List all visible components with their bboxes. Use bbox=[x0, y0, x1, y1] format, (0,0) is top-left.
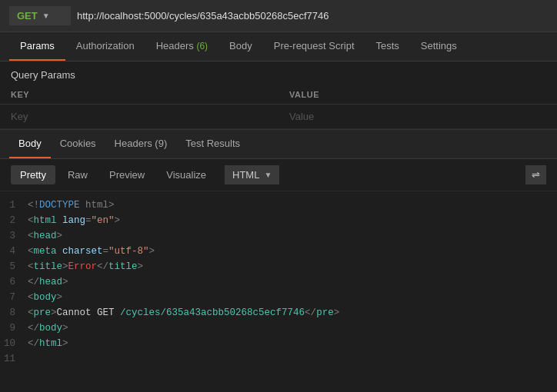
line-number: 2 bbox=[0, 213, 28, 228]
value-cell[interactable]: Value bbox=[278, 105, 557, 129]
chevron-down-icon: ▼ bbox=[264, 171, 272, 179]
code-line: 1<!DOCTYPE html> bbox=[0, 198, 557, 213]
line-number: 9 bbox=[0, 321, 28, 336]
method-dropdown[interactable]: GET ▼ bbox=[9, 6, 71, 25]
line-content: <head> bbox=[28, 228, 62, 244]
url-bar: GET ▼ bbox=[0, 0, 557, 32]
tag-name-token: head bbox=[34, 231, 57, 241]
tab-params[interactable]: Params bbox=[9, 32, 65, 61]
tab-tests[interactable]: Tests bbox=[365, 32, 410, 61]
tag-name-token: body bbox=[34, 292, 57, 303]
tag-token: </ bbox=[28, 338, 39, 349]
tag-token: = bbox=[85, 215, 92, 226]
code-line: 2<html lang="en"> bbox=[0, 213, 557, 228]
tag-token: > bbox=[51, 307, 57, 318]
tag-token: > bbox=[57, 292, 63, 303]
tab-settings[interactable]: Settings bbox=[410, 32, 468, 61]
line-content: <!DOCTYPE html> bbox=[28, 198, 115, 213]
line-content: </head> bbox=[28, 274, 68, 290]
params-table: KEY VALUE Key Value bbox=[0, 85, 557, 129]
code-line: 10</html> bbox=[0, 336, 557, 351]
format-btn-pretty[interactable]: Pretty bbox=[11, 165, 55, 184]
code-area: 1<!DOCTYPE html>2<html lang="en">3<head>… bbox=[0, 191, 557, 373]
value-column-header: VALUE bbox=[278, 85, 557, 105]
format-type-label: HTML bbox=[232, 169, 259, 181]
response-tab-headers[interactable]: Headers (9) bbox=[105, 130, 177, 158]
line-number: 11 bbox=[0, 351, 28, 367]
tag-name-token: html bbox=[34, 215, 57, 226]
line-number: 7 bbox=[0, 290, 28, 305]
attr-name-token: charset bbox=[57, 246, 103, 257]
tag-token: > bbox=[115, 215, 121, 226]
line-number: 8 bbox=[0, 305, 28, 321]
tag-token: > bbox=[62, 277, 68, 287]
format-btn-raw[interactable]: Raw bbox=[58, 165, 97, 184]
line-number: 6 bbox=[0, 274, 28, 290]
doctype-token: <! bbox=[28, 200, 39, 211]
tab-badge: (6) bbox=[196, 41, 208, 51]
tab-headers[interactable]: Headers (6) bbox=[145, 32, 218, 61]
text-content-token: Cannot GET bbox=[57, 307, 121, 318]
tag-token: </ bbox=[28, 323, 39, 334]
line-number: 4 bbox=[0, 244, 28, 259]
code-line: 11 bbox=[0, 351, 557, 367]
format-bar: PrettyRawPreviewVisualizeHTML▼⇌ bbox=[0, 159, 557, 191]
code-line: 9</body> bbox=[0, 321, 557, 336]
tag-token: < bbox=[28, 261, 34, 272]
line-content: <title>Error</title> bbox=[28, 259, 143, 274]
doctype-kw-token: DOCTYPE bbox=[39, 200, 80, 211]
tag-token: > bbox=[62, 338, 68, 349]
table-row: Key Value bbox=[0, 105, 557, 129]
tag-token: < bbox=[28, 246, 34, 257]
doctype-token: html bbox=[80, 200, 109, 211]
tag-token: > bbox=[138, 261, 144, 272]
tag-name-token: meta bbox=[34, 246, 57, 257]
response-tab-testresults[interactable]: Test Results bbox=[176, 130, 249, 158]
tag-name-token: pre bbox=[34, 307, 52, 318]
doctype-token: > bbox=[108, 200, 115, 211]
response-tab-body[interactable]: Body bbox=[9, 130, 51, 158]
tag-token: < bbox=[28, 231, 34, 241]
line-number: 3 bbox=[0, 228, 28, 244]
tag-token: > bbox=[62, 323, 68, 334]
tag-token: < bbox=[28, 292, 34, 303]
format-btn-preview[interactable]: Preview bbox=[100, 165, 154, 184]
tab-prerequest[interactable]: Pre-request Script bbox=[263, 32, 365, 61]
request-tab-bar: ParamsAuthorizationHeaders (6)BodyPre-re… bbox=[0, 32, 557, 61]
tab-body[interactable]: Body bbox=[218, 32, 263, 61]
format-type-dropdown[interactable]: HTML▼ bbox=[225, 165, 279, 184]
line-content: </html> bbox=[28, 336, 68, 351]
tag-name-token: body bbox=[39, 323, 62, 334]
tag-token: > bbox=[57, 231, 63, 241]
tag-token: </ bbox=[97, 261, 108, 272]
line-content: </body> bbox=[28, 321, 68, 336]
line-content: <meta charset="utf-8"> bbox=[28, 244, 155, 259]
code-line: 7<body> bbox=[0, 290, 557, 305]
format-btn-visualize[interactable]: Visualize bbox=[157, 165, 215, 184]
tab-badge: (9) bbox=[155, 138, 167, 149]
tag-token: < bbox=[28, 215, 34, 226]
wrap-lines-button[interactable]: ⇌ bbox=[525, 165, 546, 184]
tag-token: = bbox=[103, 246, 109, 257]
line-number: 1 bbox=[0, 198, 28, 213]
line-number: 5 bbox=[0, 259, 28, 274]
tag-name-token: title bbox=[108, 261, 138, 272]
tag-name-token: pre bbox=[316, 307, 334, 318]
tab-authorization[interactable]: Authorization bbox=[65, 32, 145, 61]
query-params-header: Query Params bbox=[0, 61, 557, 85]
key-cell[interactable]: Key bbox=[0, 105, 278, 129]
response-tab-bar: BodyCookiesHeaders (9)Test Results bbox=[0, 130, 557, 159]
line-content: <pre>Cannot GET /cycles/635a43acbb50268c… bbox=[28, 305, 339, 321]
method-label: GET bbox=[17, 10, 38, 22]
error-text-token: Error bbox=[68, 261, 98, 272]
code-line: 6</head> bbox=[0, 274, 557, 290]
tag-token: > bbox=[149, 246, 155, 257]
tag-token: </ bbox=[28, 277, 39, 287]
url-input[interactable] bbox=[77, 10, 548, 22]
response-tab-cookies[interactable]: Cookies bbox=[51, 130, 105, 158]
chevron-down-icon: ▼ bbox=[42, 12, 50, 20]
attr-name-token: lang bbox=[57, 215, 86, 226]
tag-name-token: title bbox=[34, 261, 63, 272]
url-text-token: /cycles/635a43acbb50268c5ecf7746 bbox=[120, 307, 305, 318]
code-line: 8<pre>Cannot GET /cycles/635a43acbb50268… bbox=[0, 305, 557, 321]
